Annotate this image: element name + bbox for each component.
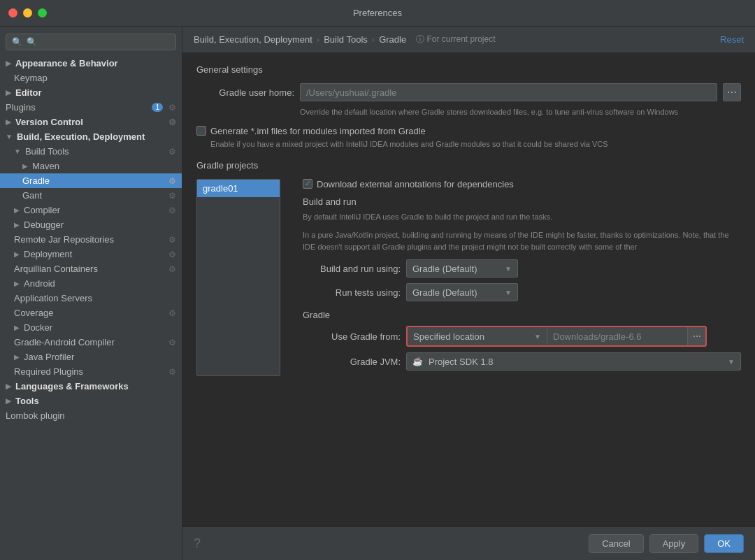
gradle-path-browse-button[interactable]: ⋯ xyxy=(687,327,705,345)
sidebar-item-tools[interactable]: ▶ Tools xyxy=(0,394,182,408)
main-layout: 🔍 ▶ Appearance & Behavior Keymap ▶ Edito… xyxy=(0,27,755,560)
sidebar-item-maven[interactable]: ▶ Maven xyxy=(0,159,182,173)
sidebar-item-remote-jar[interactable]: Remote Jar Repositories ⚙ xyxy=(0,232,182,247)
build-run-desc1: By default IntelliJ IDEA uses Gradle to … xyxy=(303,211,741,223)
sidebar-item-build-tools[interactable]: ▼ Build Tools ⚙ xyxy=(0,144,182,159)
build-run-using-value: Gradle (Default) xyxy=(412,264,477,274)
minimize-button[interactable] xyxy=(23,8,32,17)
arrow-icon: ▶ xyxy=(6,89,11,96)
sidebar-item-coverage[interactable]: Coverage ⚙ xyxy=(0,306,182,320)
sidebar-item-app-servers[interactable]: Application Servers xyxy=(0,291,182,306)
sidebar-item-label: Deployment xyxy=(24,249,72,259)
run-tests-value: Gradle (Default) xyxy=(412,287,477,298)
sidebar-item-label: Java Profiler xyxy=(24,352,74,362)
window-title: Preferences xyxy=(353,8,402,18)
apply-button[interactable]: Apply xyxy=(649,534,699,553)
search-icon: 🔍 xyxy=(12,37,22,47)
sidebar-item-label: Lombok plugin xyxy=(6,410,65,421)
build-run-desc2: In a pure Java/Kotlin project, building … xyxy=(303,229,741,252)
sidebar-item-arquillian[interactable]: Arquillian Containers ⚙ xyxy=(0,261,182,276)
gradle-subsection-title: Gradle xyxy=(303,310,741,320)
gradle-jvm-select[interactable]: ☕ Project SDK 1.8 ▼ xyxy=(406,352,741,371)
gradle-home-input[interactable] xyxy=(300,83,717,101)
reset-button[interactable]: Reset xyxy=(720,34,744,45)
settings-icon: ⚙ xyxy=(168,235,176,245)
gradle-path-input[interactable] xyxy=(547,327,687,345)
breadcrumb-sep2: › xyxy=(372,34,375,45)
sidebar-item-lang-frameworks[interactable]: ▶ Languages & Frameworks xyxy=(0,379,182,394)
sidebar-item-label: Gradle xyxy=(22,175,50,186)
run-tests-row: Run tests using: Gradle (Default) ▼ xyxy=(303,283,741,301)
breadcrumb-bar: Build, Execution, Deployment › Build Too… xyxy=(182,27,755,53)
arrow-icon: ▶ xyxy=(6,118,11,126)
arrow-icon: ▶ xyxy=(14,324,20,331)
content-panel: Build, Execution, Deployment › Build Too… xyxy=(182,27,755,560)
sidebar-item-label: Docker xyxy=(24,322,52,333)
sidebar-item-gant[interactable]: Gant ⚙ xyxy=(0,188,182,203)
sidebar-item-gradle[interactable]: Gradle ⚙ xyxy=(0,173,182,188)
use-gradle-from-row: Use Gradle from: Specified location ▼ ⋯ xyxy=(303,326,741,347)
search-input[interactable] xyxy=(27,37,170,47)
sidebar-item-label: Plugins xyxy=(6,102,36,113)
settings-icon: ⚙ xyxy=(168,338,176,347)
sidebar-item-label: Remote Jar Repositories xyxy=(14,234,114,245)
generate-iml-checkbox[interactable] xyxy=(196,126,206,136)
footer-buttons: Cancel Apply OK xyxy=(589,534,744,553)
sidebar: 🔍 ▶ Appearance & Behavior Keymap ▶ Edito… xyxy=(0,27,182,560)
arrow-icon: ▶ xyxy=(6,397,11,405)
search-box[interactable]: 🔍 xyxy=(6,34,176,50)
window-controls xyxy=(8,8,47,17)
settings-icon: ⚙ xyxy=(168,103,176,113)
maximize-button[interactable] xyxy=(38,8,47,17)
settings-icon: ⚙ xyxy=(168,191,176,201)
help-button[interactable]: ? xyxy=(194,536,201,551)
project-item-gradle01[interactable]: gradle01 xyxy=(197,180,280,197)
breadcrumb-part3: Gradle xyxy=(379,34,406,45)
sidebar-item-label: Gant xyxy=(22,190,42,201)
settings-icon: ⚙ xyxy=(168,250,176,259)
sidebar-item-compiler[interactable]: ▶ Compiler ⚙ xyxy=(0,203,182,217)
sidebar-item-label: Debugger xyxy=(24,220,64,230)
sidebar-item-deployment[interactable]: ▶ Deployment ⚙ xyxy=(0,247,182,261)
cancel-button[interactable]: Cancel xyxy=(589,534,643,553)
sidebar-item-label: Android xyxy=(24,278,55,289)
gradle-home-browse-button[interactable]: ⋯ xyxy=(723,83,741,101)
gradle-location-select[interactable]: Specified location ▼ xyxy=(408,327,547,345)
sidebar-item-label: Coverage xyxy=(14,308,53,318)
use-gradle-from-label: Use Gradle from: xyxy=(303,331,401,342)
sidebar-item-build-exec[interactable]: ▼ Build, Execution, Deployment xyxy=(0,129,182,144)
sidebar-item-gradle-android[interactable]: Gradle-Android Compiler ⚙ xyxy=(0,335,182,350)
dropdown-arrow-icon: ▼ xyxy=(534,333,541,340)
sidebar-item-plugins[interactable]: Plugins 1 ⚙ xyxy=(0,100,182,115)
sidebar-item-label: Maven xyxy=(32,161,59,171)
breadcrumb-sep1: › xyxy=(317,34,319,45)
sidebar-item-android[interactable]: ▶ Android xyxy=(0,276,182,291)
settings-icon: ⚙ xyxy=(168,147,176,157)
build-run-using-select[interactable]: Gradle (Default) ▼ xyxy=(406,259,518,278)
sidebar-item-java-profiler[interactable]: ▶ Java Profiler xyxy=(0,350,182,364)
sidebar-item-appearance[interactable]: ▶ Appearance & Behavior xyxy=(0,56,182,71)
gradle-projects-layout: gradle01 Download external annotations f… xyxy=(196,179,741,377)
sidebar-item-label: Keymap xyxy=(14,73,48,83)
run-tests-select[interactable]: Gradle (Default) ▼ xyxy=(406,283,518,301)
close-button[interactable] xyxy=(8,8,17,17)
arrow-icon: ▶ xyxy=(14,250,20,258)
sidebar-item-docker[interactable]: ▶ Docker xyxy=(0,320,182,335)
sidebar-item-required-plugins[interactable]: Required Plugins ⚙ xyxy=(0,364,182,379)
project-settings: Download external annotations for depend… xyxy=(303,179,741,377)
sidebar-item-lombok[interactable]: Lombok plugin xyxy=(0,408,182,423)
ok-button[interactable]: OK xyxy=(704,534,744,553)
browse-icon: ⋯ xyxy=(727,87,737,98)
sidebar-item-version-control[interactable]: ▶ Version Control ⚙ xyxy=(0,115,182,129)
sidebar-item-keymap[interactable]: Keymap xyxy=(0,71,182,85)
sidebar-item-debugger[interactable]: ▶ Debugger xyxy=(0,217,182,232)
arrow-icon: ▶ xyxy=(14,353,20,361)
settings-icon: ⚙ xyxy=(168,367,176,377)
settings-icon: ⚙ xyxy=(168,176,176,186)
settings-icon: ⚙ xyxy=(168,206,176,215)
breadcrumb-part2: Build Tools xyxy=(324,34,368,45)
sidebar-item-editor[interactable]: ▶ Editor xyxy=(0,85,182,100)
sidebar-item-label: Required Plugins xyxy=(14,366,83,377)
sidebar-item-label: Gradle-Android Compiler xyxy=(14,337,115,347)
download-annotations-checkbox[interactable] xyxy=(303,179,312,189)
